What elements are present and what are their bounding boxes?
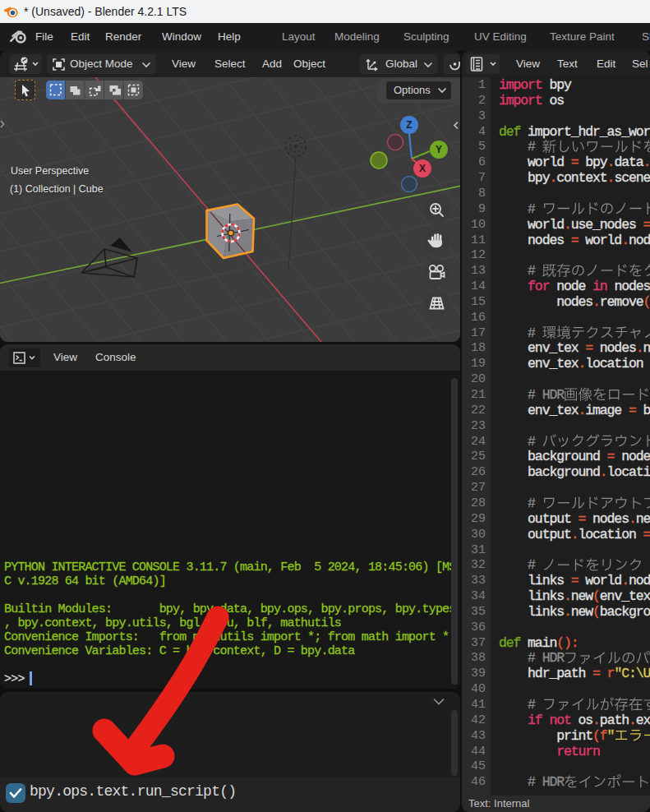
svg-text:X: X [419, 163, 426, 174]
svg-text:Y: Y [436, 144, 442, 155]
svg-text:Z: Z [406, 119, 412, 131]
